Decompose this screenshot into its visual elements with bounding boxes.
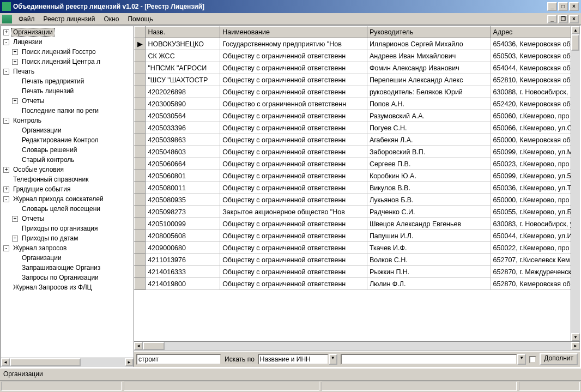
- cell[interactable]: Обществу с ограниченной ответственн: [220, 230, 367, 242]
- table-row[interactable]: 4205060664Обществу с ограниченной ответс…: [135, 158, 580, 170]
- cell[interactable]: Перелешин Александр Алекс: [367, 74, 491, 86]
- table-row[interactable]: 4211013976Обществу с ограниченной ответс…: [135, 254, 580, 266]
- tree-item[interactable]: -Печать: [3, 67, 134, 76]
- cell[interactable]: Обществу с ограниченной ответственн: [220, 254, 367, 266]
- cell[interactable]: Обществу с ограниченной ответственн: [220, 278, 367, 290]
- cell[interactable]: 650023, г.Кемерово, про: [491, 158, 579, 170]
- cell[interactable]: 4205033396: [146, 122, 220, 134]
- cell[interactable]: 4205100099: [146, 218, 220, 230]
- cell[interactable]: 630083, г. Новосибирск, у: [491, 218, 579, 230]
- expand-icon[interactable]: +: [12, 98, 18, 104]
- table-row[interactable]: "ШСУ "ШАХТОСТРОбществу с ограниченной от…: [135, 74, 580, 86]
- expand-icon[interactable]: +: [3, 29, 9, 35]
- tree-hscrollbar[interactable]: ◄ ►: [1, 358, 134, 367]
- scroll-left-icon[interactable]: ◄: [1, 358, 10, 366]
- tree-item[interactable]: +Поиск лицензий Центра л: [3, 57, 134, 67]
- column-header[interactable]: Наименование: [220, 27, 367, 38]
- cell[interactable]: Обществу с ограниченной ответственн: [220, 266, 367, 278]
- table-row[interactable]: 4205080011Обществу с ограниченной ответс…: [135, 182, 580, 194]
- tree-item[interactable]: Приходы по организация: [3, 224, 134, 233]
- table-row[interactable]: 4205030564Обществу с ограниченной ответс…: [135, 110, 580, 122]
- cell[interactable]: 4205080011: [146, 182, 220, 194]
- cell[interactable]: 654036, Кемеровская об: [491, 38, 579, 50]
- search-input[interactable]: [136, 354, 221, 365]
- table-row[interactable]: 4205100099Обществу с ограниченной ответс…: [135, 218, 580, 230]
- expand-icon[interactable]: +: [12, 59, 18, 65]
- expand-icon[interactable]: -: [3, 69, 9, 75]
- cell[interactable]: 650036, г.Кемерово, ул.Т: [491, 182, 579, 194]
- cell[interactable]: 4205060801: [146, 170, 220, 182]
- cell[interactable]: Фомин Александр Иванович: [367, 62, 491, 74]
- cell[interactable]: 650044, г.Кемерово, ул.И: [491, 230, 579, 242]
- cell[interactable]: 652810, Кемеровская об: [491, 74, 579, 86]
- grid-scroll-right-icon[interactable]: ►: [571, 342, 580, 350]
- expand-icon[interactable]: +: [12, 216, 18, 222]
- cell[interactable]: 4205048603: [146, 146, 220, 158]
- cell[interactable]: Погуев С.Н.: [367, 122, 491, 134]
- tree-item[interactable]: Организации: [3, 253, 134, 263]
- cell[interactable]: 4202026898: [146, 86, 220, 98]
- table-row[interactable]: 4205060801Обществу с ограниченной ответс…: [135, 170, 580, 182]
- mdi-minimize-button[interactable]: _: [547, 15, 557, 23]
- dropdown-icon[interactable]: ▼: [517, 354, 526, 365]
- tree-item[interactable]: -Контроль: [3, 116, 134, 125]
- cell[interactable]: 4208005608: [146, 230, 220, 242]
- cell[interactable]: Ткачев И.Ф.: [367, 242, 491, 254]
- tree-item[interactable]: Редактирование Контрол: [3, 135, 134, 145]
- cell[interactable]: 4209000680: [146, 242, 220, 254]
- vscroll-thumb[interactable]: [571, 34, 579, 51]
- cell[interactable]: "НПСМК "АГРОСИ: [146, 62, 220, 74]
- cell[interactable]: НОВОКУЗНЕЦКО: [146, 38, 220, 50]
- tree-item[interactable]: +Грядущие события: [3, 184, 134, 194]
- cell[interactable]: 650099, г.Кемерово, ул.5: [491, 170, 579, 182]
- table-row[interactable]: "НПСМК "АГРОСИОбществу с ограниченной от…: [135, 62, 580, 74]
- cell[interactable]: Андреев Иван Михайлович: [367, 50, 491, 62]
- additional-button[interactable]: Дополнит: [540, 353, 578, 365]
- tree-item[interactable]: +Отчеты: [3, 214, 134, 224]
- scroll-thumb[interactable]: [10, 358, 81, 366]
- expand-icon[interactable]: +: [12, 49, 18, 55]
- tree-item[interactable]: Запросы по Организации: [3, 273, 134, 282]
- table-row[interactable]: ▶ НОВОКУЗНЕЦКОГосударственному предприят…: [135, 38, 580, 50]
- cell[interactable]: Закрытое акционерное общество "Нов: [220, 206, 367, 218]
- cell[interactable]: 650066, г.Кемерово, ул.С: [491, 122, 579, 134]
- table-row[interactable]: 4203005890Общество с ограниченной ответс…: [135, 98, 580, 110]
- cell[interactable]: Рыжкин П.Н.: [367, 266, 491, 278]
- tree-item[interactable]: -Журнал прихода соискателей: [3, 194, 134, 204]
- cell[interactable]: 652420, Кемеровская об: [491, 98, 579, 110]
- expand-icon[interactable]: -: [3, 245, 9, 251]
- tree-item[interactable]: +Поиск лицензий Госстро: [3, 47, 134, 57]
- cell[interactable]: 4205098273: [146, 206, 220, 218]
- close-button[interactable]: ×: [569, 2, 579, 11]
- grid-vscrollbar[interactable]: ▲ ▼: [571, 26, 580, 341]
- cell[interactable]: Обществу с ограниченной ответственн: [220, 86, 367, 98]
- cell[interactable]: Обществу с ограниченной ответственн: [220, 146, 367, 158]
- cell[interactable]: Обществу с ограниченной ответственн: [220, 170, 367, 182]
- tree-item[interactable]: Печать лицензий: [3, 86, 134, 96]
- expand-icon[interactable]: -: [3, 39, 9, 45]
- cell[interactable]: Швецов Александр Евгеньев: [367, 218, 491, 230]
- cell[interactable]: Заборовский В.П.: [367, 146, 491, 158]
- minimize-button[interactable]: _: [547, 2, 557, 11]
- cell[interactable]: Обществу с ограниченной ответственн: [220, 242, 367, 254]
- cell[interactable]: Викулов В.В.: [367, 182, 491, 194]
- mdi-restore-button[interactable]: ❐: [558, 15, 568, 23]
- tree-item[interactable]: -Журнал запросов: [3, 243, 134, 253]
- cell[interactable]: СК ЖСС: [146, 50, 220, 62]
- cell[interactable]: Сергеев П.В.: [367, 158, 491, 170]
- cell[interactable]: 4205080935: [146, 194, 220, 206]
- tree-item[interactable]: +Отчеты: [3, 96, 134, 106]
- tree-item[interactable]: Последние папки по реги: [3, 106, 134, 116]
- expand-icon[interactable]: +: [3, 186, 9, 192]
- cell[interactable]: 654044, Кемеровская об: [491, 62, 579, 74]
- cell[interactable]: Агабекян Л.А.: [367, 134, 491, 146]
- cell[interactable]: 650000, Кемеровская об: [491, 134, 579, 146]
- cell[interactable]: 650060, г.Кемерово, про: [491, 110, 579, 122]
- cell[interactable]: 650503, Кемеровская об: [491, 50, 579, 62]
- cell[interactable]: 650055, г.Кемерово, ул.Б: [491, 206, 579, 218]
- scroll-right-icon[interactable]: ►: [125, 358, 134, 366]
- cell[interactable]: 652707, г.Киселевск Кем: [491, 254, 579, 266]
- cell[interactable]: 650099, г.Кемерово, ул.М: [491, 146, 579, 158]
- cell[interactable]: 4205060664: [146, 158, 220, 170]
- scroll-down-icon[interactable]: ▼: [571, 333, 580, 341]
